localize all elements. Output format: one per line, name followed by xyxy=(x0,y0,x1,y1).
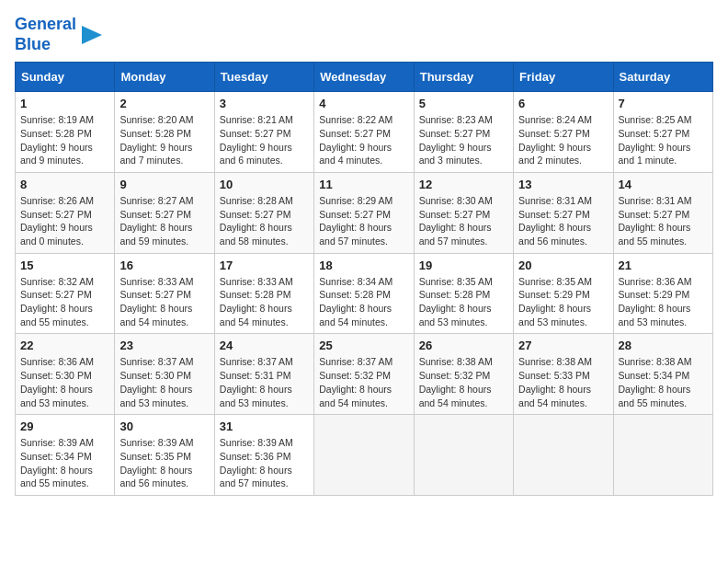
day-number: 29 xyxy=(20,419,109,433)
day-info: Sunrise: 8:20 AM Sunset: 5:28 PM Dayligh… xyxy=(119,113,209,167)
calendar-cell: 24Sunrise: 8:37 AM Sunset: 5:31 PM Dayli… xyxy=(214,334,313,415)
day-info: Sunrise: 8:38 AM Sunset: 5:32 PM Dayligh… xyxy=(419,355,508,409)
calendar-week-row: 1Sunrise: 8:19 AM Sunset: 5:28 PM Daylig… xyxy=(16,92,713,173)
day-number: 21 xyxy=(619,259,708,272)
day-number: 5 xyxy=(419,97,508,110)
calendar-cell: 2Sunrise: 8:20 AM Sunset: 5:28 PM Daylig… xyxy=(115,92,214,173)
day-number: 9 xyxy=(119,178,209,191)
calendar-cell xyxy=(314,415,414,496)
calendar-week-row: 15Sunrise: 8:32 AM Sunset: 5:27 PM Dayli… xyxy=(16,253,713,334)
day-info: Sunrise: 8:36 AM Sunset: 5:30 PM Dayligh… xyxy=(20,355,109,409)
calendar-cell: 31Sunrise: 8:39 AM Sunset: 5:36 PM Dayli… xyxy=(214,415,313,496)
day-number: 2 xyxy=(119,97,209,110)
calendar-cell: 23Sunrise: 8:37 AM Sunset: 5:30 PM Dayli… xyxy=(115,334,214,415)
calendar-cell: 20Sunrise: 8:35 AM Sunset: 5:29 PM Dayli… xyxy=(514,253,613,334)
day-number: 30 xyxy=(119,419,209,433)
day-info: Sunrise: 8:19 AM Sunset: 5:28 PM Dayligh… xyxy=(20,113,109,167)
calendar-cell: 18Sunrise: 8:34 AM Sunset: 5:28 PM Dayli… xyxy=(314,253,414,334)
logo: General Blue xyxy=(15,15,102,54)
day-number: 15 xyxy=(20,259,109,272)
calendar-cell xyxy=(514,415,613,496)
day-number: 28 xyxy=(619,339,708,352)
logo-general: General xyxy=(15,15,76,33)
calendar-cell: 1Sunrise: 8:19 AM Sunset: 5:28 PM Daylig… xyxy=(16,92,115,173)
day-number: 17 xyxy=(220,259,309,272)
day-number: 7 xyxy=(619,97,708,110)
calendar-cell xyxy=(613,415,712,496)
day-number: 11 xyxy=(319,178,408,191)
calendar-cell: 7Sunrise: 8:25 AM Sunset: 5:27 PM Daylig… xyxy=(613,92,712,173)
weekday-header-wednesday: Wednesday xyxy=(314,63,414,92)
day-number: 10 xyxy=(220,178,309,191)
calendar-header-row: SundayMondayTuesdayWednesdayThursdayFrid… xyxy=(16,63,713,92)
day-info: Sunrise: 8:22 AM Sunset: 5:27 PM Dayligh… xyxy=(319,113,408,167)
calendar-cell: 17Sunrise: 8:33 AM Sunset: 5:28 PM Dayli… xyxy=(214,253,313,334)
calendar-cell: 26Sunrise: 8:38 AM Sunset: 5:32 PM Dayli… xyxy=(414,334,513,415)
day-number: 16 xyxy=(119,259,209,272)
weekday-header-tuesday: Tuesday xyxy=(214,63,313,92)
calendar-cell: 19Sunrise: 8:35 AM Sunset: 5:28 PM Dayli… xyxy=(414,253,513,334)
calendar-cell xyxy=(414,415,513,496)
weekday-header-thursday: Thursday xyxy=(414,63,513,92)
day-info: Sunrise: 8:39 AM Sunset: 5:35 PM Dayligh… xyxy=(119,436,209,490)
day-info: Sunrise: 8:37 AM Sunset: 5:31 PM Dayligh… xyxy=(220,355,309,409)
calendar-week-row: 22Sunrise: 8:36 AM Sunset: 5:30 PM Dayli… xyxy=(16,334,713,415)
page-header: General Blue xyxy=(15,15,713,54)
day-info: Sunrise: 8:32 AM Sunset: 5:27 PM Dayligh… xyxy=(20,275,109,329)
calendar-cell: 13Sunrise: 8:31 AM Sunset: 5:27 PM Dayli… xyxy=(514,172,613,253)
day-info: Sunrise: 8:23 AM Sunset: 5:27 PM Dayligh… xyxy=(419,113,508,167)
logo-blue: Blue xyxy=(15,35,76,55)
day-info: Sunrise: 8:29 AM Sunset: 5:27 PM Dayligh… xyxy=(319,194,408,248)
calendar-cell: 4Sunrise: 8:22 AM Sunset: 5:27 PM Daylig… xyxy=(314,92,414,173)
day-info: Sunrise: 8:37 AM Sunset: 5:30 PM Dayligh… xyxy=(119,355,209,409)
day-number: 19 xyxy=(419,259,508,272)
day-info: Sunrise: 8:38 AM Sunset: 5:33 PM Dayligh… xyxy=(518,355,608,409)
calendar-cell: 11Sunrise: 8:29 AM Sunset: 5:27 PM Dayli… xyxy=(314,172,414,253)
calendar-cell: 6Sunrise: 8:24 AM Sunset: 5:27 PM Daylig… xyxy=(514,92,613,173)
day-info: Sunrise: 8:27 AM Sunset: 5:27 PM Dayligh… xyxy=(119,194,209,248)
calendar-cell: 27Sunrise: 8:38 AM Sunset: 5:33 PM Dayli… xyxy=(514,334,613,415)
day-number: 3 xyxy=(220,97,309,110)
day-info: Sunrise: 8:33 AM Sunset: 5:28 PM Dayligh… xyxy=(220,275,309,329)
day-number: 25 xyxy=(319,339,408,352)
calendar-cell: 16Sunrise: 8:33 AM Sunset: 5:27 PM Dayli… xyxy=(115,253,214,334)
day-info: Sunrise: 8:31 AM Sunset: 5:27 PM Dayligh… xyxy=(518,194,608,248)
svg-marker-0 xyxy=(82,26,102,44)
day-number: 18 xyxy=(319,259,408,272)
day-number: 24 xyxy=(220,339,309,352)
day-number: 12 xyxy=(419,178,508,191)
day-info: Sunrise: 8:26 AM Sunset: 5:27 PM Dayligh… xyxy=(20,194,109,248)
calendar-cell: 14Sunrise: 8:31 AM Sunset: 5:27 PM Dayli… xyxy=(613,172,712,253)
day-info: Sunrise: 8:21 AM Sunset: 5:27 PM Dayligh… xyxy=(220,113,309,167)
day-info: Sunrise: 8:39 AM Sunset: 5:34 PM Dayligh… xyxy=(20,436,109,490)
calendar-cell: 22Sunrise: 8:36 AM Sunset: 5:30 PM Dayli… xyxy=(16,334,115,415)
weekday-header-friday: Friday xyxy=(514,63,613,92)
weekday-header-saturday: Saturday xyxy=(613,63,712,92)
day-info: Sunrise: 8:25 AM Sunset: 5:27 PM Dayligh… xyxy=(619,113,708,167)
logo-arrow-icon xyxy=(82,26,102,44)
calendar-cell: 3Sunrise: 8:21 AM Sunset: 5:27 PM Daylig… xyxy=(214,92,313,173)
day-info: Sunrise: 8:35 AM Sunset: 5:29 PM Dayligh… xyxy=(518,275,608,329)
day-info: Sunrise: 8:31 AM Sunset: 5:27 PM Dayligh… xyxy=(619,194,708,248)
calendar-week-row: 8Sunrise: 8:26 AM Sunset: 5:27 PM Daylig… xyxy=(16,172,713,253)
logo-text: General Blue xyxy=(15,15,76,54)
day-info: Sunrise: 8:37 AM Sunset: 5:32 PM Dayligh… xyxy=(319,355,408,409)
day-info: Sunrise: 8:24 AM Sunset: 5:27 PM Dayligh… xyxy=(518,113,608,167)
calendar-week-row: 29Sunrise: 8:39 AM Sunset: 5:34 PM Dayli… xyxy=(16,415,713,496)
day-info: Sunrise: 8:28 AM Sunset: 5:27 PM Dayligh… xyxy=(220,194,309,248)
calendar-cell: 30Sunrise: 8:39 AM Sunset: 5:35 PM Dayli… xyxy=(115,415,214,496)
day-info: Sunrise: 8:34 AM Sunset: 5:28 PM Dayligh… xyxy=(319,275,408,329)
weekday-header-monday: Monday xyxy=(115,63,214,92)
day-info: Sunrise: 8:36 AM Sunset: 5:29 PM Dayligh… xyxy=(619,275,708,329)
day-number: 1 xyxy=(20,97,109,110)
calendar-table: SundayMondayTuesdayWednesdayThursdayFrid… xyxy=(15,62,713,496)
day-number: 8 xyxy=(20,178,109,191)
calendar-cell: 12Sunrise: 8:30 AM Sunset: 5:27 PM Dayli… xyxy=(414,172,513,253)
calendar-cell: 25Sunrise: 8:37 AM Sunset: 5:32 PM Dayli… xyxy=(314,334,414,415)
day-number: 26 xyxy=(419,339,508,352)
day-number: 14 xyxy=(619,178,708,191)
weekday-header-sunday: Sunday xyxy=(16,63,115,92)
day-info: Sunrise: 8:30 AM Sunset: 5:27 PM Dayligh… xyxy=(419,194,508,248)
day-number: 31 xyxy=(220,419,309,433)
calendar-cell: 15Sunrise: 8:32 AM Sunset: 5:27 PM Dayli… xyxy=(16,253,115,334)
